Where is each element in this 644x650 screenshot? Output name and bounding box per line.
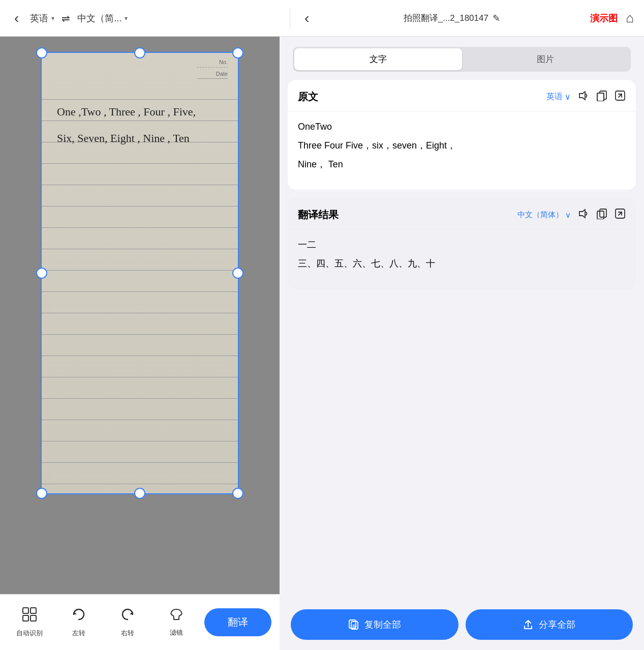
notebook-text: One ,Two , Three , Four , Five, Six, Sev… (57, 99, 196, 152)
source-card-actions: 英语 ∨ (546, 90, 626, 104)
right-back-button[interactable]: ‹ (300, 8, 313, 28)
notebook-line2: Six, Seven, Eight , Nine , Ten (57, 125, 196, 152)
result-sound-button[interactable] (578, 208, 589, 222)
auto-detect-icon (22, 607, 37, 626)
tab-text[interactable]: 文字 (294, 48, 462, 70)
tab-image[interactable]: 图片 (462, 48, 630, 70)
crop-handle-middle-left[interactable] (36, 268, 47, 279)
action-buttons-row: 复制全部 分享全部 (288, 609, 636, 640)
svg-marker-11 (579, 210, 585, 218)
crop-handle-middle-right[interactable] (232, 268, 243, 279)
notebook-page: No. Date One ,Two , Three , Four , Five,… (42, 53, 238, 493)
filter-button[interactable]: 滤镜 (152, 603, 201, 641)
result-card-divider (288, 229, 636, 229)
source-translation-card: 原文 英语 ∨ (288, 80, 636, 190)
rotate-left-button[interactable]: 左转 (54, 603, 103, 642)
svg-rect-8 (597, 93, 604, 101)
source-lang-indicator[interactable]: 英语 ∨ (546, 92, 571, 102)
svg-marker-6 (579, 92, 585, 100)
notebook-image: No. Date One ,Two , Three , Four , Five,… (41, 52, 239, 494)
left-panel: No. Date One ,Two , Three , Four , Five,… (0, 37, 280, 650)
source-card-divider (288, 111, 636, 111)
source-lang-dropdown-icon: ∨ (565, 92, 571, 102)
crop-handle-top-left[interactable] (36, 47, 47, 58)
target-lang-arrow: ▾ (125, 15, 128, 22)
notebook-date: Date (197, 70, 228, 79)
bottom-toolbar: 自动识别 左转 右转 (0, 594, 280, 650)
copy-all-button[interactable]: 复制全部 (291, 609, 458, 640)
source-text-line3: Nine， Ten (298, 157, 626, 172)
rotate-right-icon (120, 607, 135, 626)
source-sound-button[interactable] (578, 90, 589, 104)
share-all-button[interactable]: 分享全部 (466, 609, 633, 640)
result-card-actions: 中文（简体） ∨ (517, 208, 626, 222)
svg-marker-4 (74, 611, 77, 614)
source-lang-text: 英语 (546, 92, 563, 102)
demo-badge: 演示图 (590, 12, 618, 24)
target-language-selector[interactable]: 中文（简... ▾ (77, 12, 128, 24)
notebook-line1: One ,Two , Three , Four , Five, (57, 99, 196, 125)
notebook-no: No. (197, 58, 228, 67)
edit-title-icon[interactable]: ✎ (493, 13, 500, 24)
crop-handle-top-middle[interactable] (134, 47, 145, 58)
right-nav-section: ‹ 拍照翻译_...2_180147 ✎ 演示图 ⌂ (290, 8, 634, 28)
result-card-title: 翻译结果 (298, 208, 339, 222)
rotate-right-button[interactable]: 右转 (103, 603, 152, 642)
copy-all-label: 复制全部 (364, 618, 401, 631)
svg-marker-5 (130, 611, 133, 614)
result-lang-indicator[interactable]: 中文（简体） ∨ (517, 210, 571, 220)
result-share-button[interactable] (615, 208, 626, 222)
auto-detect-button[interactable]: 自动识别 (5, 603, 54, 642)
result-lang-dropdown-icon: ∨ (565, 211, 571, 220)
main-content: No. Date One ,Two , Three , Four , Five,… (0, 37, 644, 650)
top-navigation: ‹ 英语 ▾ ⇌ 中文（简... ▾ ‹ 拍照翻译_...2_180147 ✎ … (0, 0, 644, 37)
rotate-left-icon (71, 607, 86, 626)
svg-rect-1 (30, 608, 36, 613)
svg-rect-3 (30, 615, 36, 621)
notebook-header: No. Date (197, 58, 228, 79)
home-icon[interactable]: ⌂ (626, 10, 634, 26)
crop-handle-top-right[interactable] (232, 47, 243, 58)
rotate-left-label: 左转 (72, 629, 85, 638)
crop-handle-bottom-right[interactable] (232, 488, 243, 499)
svg-rect-0 (23, 608, 28, 613)
crop-handle-bottom-middle[interactable] (134, 488, 145, 499)
source-language-selector[interactable]: 英语 ▾ (30, 12, 54, 24)
tab-bar: 文字 图片 (293, 47, 631, 72)
translate-button[interactable]: 翻译 (204, 608, 271, 636)
source-share-button[interactable] (615, 90, 626, 104)
crop-handle-bottom-left[interactable] (36, 488, 47, 499)
left-nav-section: ‹ 英语 ▾ ⇌ 中文（简... ▾ (10, 8, 290, 28)
svg-rect-13 (597, 211, 604, 219)
swap-languages-button[interactable]: ⇌ (62, 12, 70, 24)
source-lang-label: 英语 (30, 12, 48, 24)
result-card-header: 翻译结果 中文（简体） ∨ (298, 208, 626, 222)
svg-rect-12 (600, 209, 606, 217)
back-button[interactable]: ‹ (10, 8, 23, 28)
svg-rect-2 (23, 615, 28, 621)
source-text-line2: Three Four Five，six，seven，Eight， (298, 138, 626, 153)
source-card-header: 原文 英语 ∨ (298, 90, 626, 104)
source-card-title: 原文 (298, 90, 318, 104)
share-all-label: 分享全部 (539, 618, 575, 631)
source-copy-button[interactable] (596, 90, 607, 104)
result-lang-text: 中文（简体） (517, 210, 563, 220)
source-lang-arrow: ▾ (51, 15, 54, 22)
filter-icon (169, 607, 184, 625)
file-title-area: 拍照翻译_...2_180147 ✎ (404, 12, 500, 24)
right-panel: 文字 图片 原文 英语 ∨ (280, 37, 644, 650)
result-translation-card: 翻译结果 中文（简体） ∨ (288, 198, 636, 289)
rotate-right-label: 右转 (121, 629, 134, 638)
result-copy-button[interactable] (596, 208, 607, 222)
source-text-line1: OneTwo (298, 120, 626, 134)
result-text-line1: 一二 (298, 238, 626, 252)
auto-detect-label: 自动识别 (16, 629, 43, 638)
result-text-line2: 三、四、五、六、七、八、九、十 (298, 256, 626, 271)
file-title-text: 拍照翻译_...2_180147 (404, 12, 488, 24)
target-lang-label: 中文（简... (77, 12, 121, 24)
filter-label: 滤镜 (170, 628, 183, 637)
